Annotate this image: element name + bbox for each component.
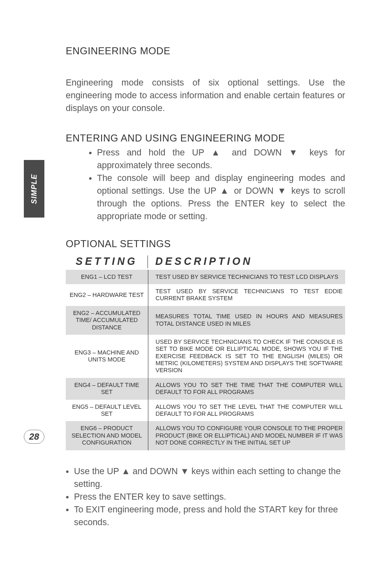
cell-setting: ENG5 – DEFAULT LEVEL SET — [66, 400, 148, 422]
table-row: ENG1 – LCD TEST TEST USED BY SERVICE TEC… — [66, 270, 345, 284]
table-row: ENG6 – PRODUCT SELECTION AND MODEL CONFI… — [66, 421, 345, 450]
bullet-item: Press the ENTER key to save settings. — [66, 491, 345, 503]
heading-optional-settings: OPTIONAL SETTINGS — [66, 238, 345, 250]
cell-description: ALLOWS YOU TO SET THE LEVEL THAT THE COM… — [148, 400, 345, 422]
table-header-setting: SETTING — [66, 255, 148, 268]
page: SIMPLE 28 ENGINEERING MODE Engineering m… — [0, 0, 392, 563]
table-row: ENG4 – DEFAULT TIME SET ALLOWS YOU TO SE… — [66, 378, 345, 400]
table-row: ENG3 – MACHINE AND UNITS MODE USED BY SE… — [66, 335, 345, 378]
heading-engineering-mode: ENGINEERING MODE — [66, 45, 345, 57]
cell-setting: ENG2 – HARDWARE TEST — [66, 284, 148, 306]
table-row: ENG5 – DEFAULT LEVEL SET ALLOWS YOU TO S… — [66, 400, 345, 422]
cell-description: TEST USED BY SERVICE TECHNICIANS TO TEST… — [148, 284, 345, 306]
table-row: ENG2 – HARDWARE TEST TEST USED BY SERVIC… — [66, 284, 345, 306]
settings-table: ENG1 – LCD TEST TEST USED BY SERVICE TEC… — [66, 270, 345, 450]
bullet-item: Press and hold the UP ▲ and DOWN ▼ keys … — [89, 146, 345, 172]
cell-description: ALLOWS YOU TO SET THE TIME THAT THE COMP… — [148, 378, 345, 400]
cell-description: MEASURES TOTAL TIME USED IN HOURS AND ME… — [148, 306, 345, 335]
paragraph-engineering-mode: Engineering mode consists of six optiona… — [66, 76, 345, 115]
bullets-after-table: Use the UP ▲ and DOWN ▼ keys within each… — [66, 465, 345, 529]
table-header-row: SETTING DESCRIPTION — [66, 255, 345, 268]
bullet-item: The console will beep and display engine… — [89, 172, 345, 223]
cell-description: ALLOWS YOU TO CONFIGURE YOUR CONSOLE TO … — [148, 421, 345, 450]
page-number-value: 28 — [29, 431, 39, 442]
page-number-badge: 28 — [24, 430, 44, 444]
cell-setting: ENG6 – PRODUCT SELECTION AND MODEL CONFI… — [66, 421, 148, 450]
bullet-item: Use the UP ▲ and DOWN ▼ keys within each… — [66, 465, 345, 491]
cell-setting: ENG2 – ACCUMULATED TIME/ ACCUMULATED DIS… — [66, 306, 148, 335]
side-tab-label: SIMPLE — [30, 174, 39, 204]
table-header-description: DESCRIPTION — [148, 255, 345, 268]
cell-setting: ENG4 – DEFAULT TIME SET — [66, 378, 148, 400]
cell-setting: ENG1 – LCD TEST — [66, 270, 148, 284]
cell-description: USED BY SERVICE TECHNICIANS TO CHECK IF … — [148, 335, 345, 378]
content-column: ENGINEERING MODE Engineering mode consis… — [66, 45, 345, 529]
cell-description: TEST USED BY SERVICE TECHNICIANS TO TEST… — [148, 270, 345, 284]
heading-entering: ENTERING AND USING ENGINEERING MODE — [66, 132, 345, 144]
bullet-item: To EXIT engineering mode, press and hold… — [66, 503, 345, 529]
table-row: ENG2 – ACCUMULATED TIME/ ACCUMULATED DIS… — [66, 306, 345, 335]
side-tab: SIMPLE — [24, 160, 44, 218]
cell-setting: ENG3 – MACHINE AND UNITS MODE — [66, 335, 148, 378]
bullets-entering: Press and hold the UP ▲ and DOWN ▼ keys … — [89, 146, 345, 223]
